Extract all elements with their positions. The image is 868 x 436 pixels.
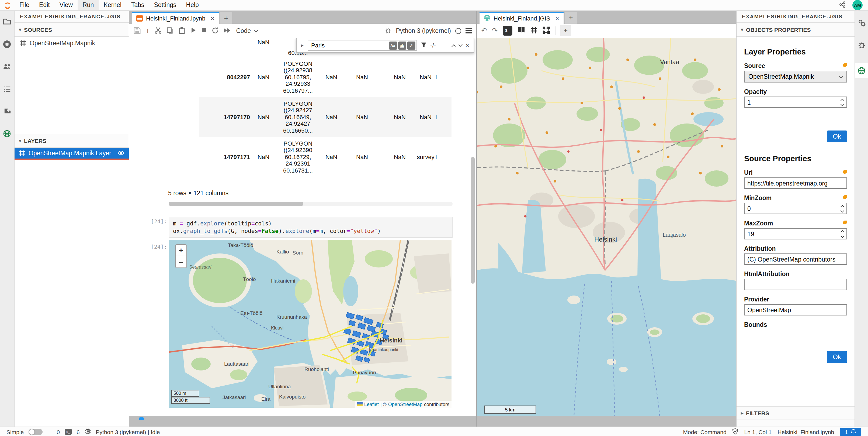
expand-search-icon[interactable]: ▸ [301, 42, 304, 48]
osm-link[interactable]: OpenStreetMap [388, 402, 423, 407]
scrolled-cell-indicator[interactable] [139, 417, 144, 420]
file-browser-icon[interactable] [3, 17, 11, 26]
stepper-icon[interactable] [841, 231, 844, 237]
tab-helsinki-finland-ipynb[interactable]: Helsinki_Finland.ipynb × [132, 12, 218, 24]
sources-section-header[interactable]: ▾ SOURCES [14, 23, 129, 37]
url-input[interactable] [744, 177, 847, 189]
restart-run-all-icon[interactable] [224, 27, 231, 34]
menu-help[interactable]: Help [181, 0, 204, 10]
match-case-icon[interactable]: Aa [389, 41, 397, 49]
property-inspector-icon[interactable] [857, 18, 866, 27]
restart-kernel-icon[interactable] [212, 27, 219, 35]
menu-settings[interactable]: Settings [149, 0, 181, 10]
redo-icon[interactable]: ↷ [492, 27, 498, 35]
opacity-input[interactable] [744, 96, 847, 108]
kernels-count[interactable]: 6 [76, 429, 80, 435]
menu-tabs[interactable]: Tabs [126, 0, 149, 10]
add-layer-button[interactable]: + [560, 25, 571, 36]
terminals-count[interactable]: 0 [57, 429, 60, 435]
layer-ok-button[interactable]: Ok [827, 130, 847, 142]
whole-word-icon[interactable]: ab [398, 41, 406, 49]
htmlattribution-input[interactable] [744, 279, 847, 290]
notebook-vertical-scrollbar[interactable] [471, 157, 475, 284]
close-tab-icon[interactable]: × [211, 15, 214, 22]
stepper-icon[interactable] [841, 205, 844, 212]
save-icon[interactable] [134, 27, 141, 35]
extensions-icon[interactable] [3, 107, 11, 115]
menu-run[interactable]: Run [78, 0, 99, 10]
menu-view[interactable]: View [55, 0, 78, 10]
regex-icon[interactable]: .* [407, 41, 415, 49]
undo-icon[interactable]: ↶ [481, 27, 487, 35]
tab-helsinki-finland-jgis[interactable]: Helsinki_Finland.jGIS × [479, 12, 563, 24]
running-kernels-icon[interactable] [3, 40, 11, 49]
menu-file[interactable]: File [14, 0, 34, 10]
jupytergis-properties-icon[interactable] [857, 66, 866, 75]
filter-icon[interactable] [421, 42, 427, 49]
notebook-toolbar: + Code Python 3 (ipykernel) [129, 24, 476, 38]
source-ok-button[interactable]: Ok [827, 351, 847, 363]
ukraine-flag-icon [357, 402, 363, 406]
debugger-icon[interactable] [858, 41, 866, 49]
search-input[interactable] [311, 42, 388, 49]
gis-map-view[interactable]: Vantaa Helsinki Laajasalo 5 km [477, 38, 736, 416]
source-select[interactable]: OpenStreetMap.Mapnik [744, 71, 847, 83]
basemap-gallery-icon[interactable] [517, 27, 525, 35]
leaflet-link[interactable]: Leaflet [364, 402, 379, 407]
kernel-status-icon[interactable] [455, 28, 461, 34]
kernel-name[interactable]: Python 3 (ipykernel) [396, 28, 451, 34]
notebook-document-area[interactable]: ▸ Aa ab .* -/- × [129, 38, 476, 416]
run-cell-icon[interactable] [190, 27, 197, 34]
cursor-position[interactable]: Ln 1, Col 1 [744, 429, 772, 435]
jupytergis-panel-icon[interactable] [3, 129, 11, 138]
console-icon[interactable]: $_ [503, 26, 513, 36]
table-of-contents-icon[interactable] [3, 85, 11, 93]
next-match-icon[interactable] [458, 42, 462, 47]
close-search-icon[interactable]: × [466, 41, 469, 49]
share-icon[interactable] [839, 1, 846, 9]
code-cell[interactable]: m = gdf.explore(tooltip=cols)ox.graph_to… [168, 217, 453, 238]
mode-indicator[interactable]: Mode: Command [683, 429, 726, 435]
scrollbar-thumb[interactable] [168, 202, 303, 206]
zoom-out-button[interactable]: − [176, 256, 186, 267]
attribution-input[interactable] [744, 254, 847, 265]
interrupt-kernel-icon[interactable] [202, 28, 207, 34]
simple-mode-toggle[interactable] [29, 429, 42, 435]
left-sidebar: EXAMPLES/HIKING_FRANCE.JGIS ▾ SOURCES Op… [14, 11, 129, 427]
cell-type-dropdown[interactable]: Code [236, 28, 257, 34]
kernel-status-text[interactable]: Python 3 (ipykernel) | Idle [96, 429, 160, 435]
copy-cells-icon[interactable] [166, 27, 174, 35]
menu-kernel[interactable]: Kernel [99, 0, 126, 10]
close-tab-icon[interactable]: × [556, 15, 559, 22]
new-tab-button[interactable]: + [565, 12, 577, 24]
previous-match-icon[interactable] [451, 44, 456, 48]
objects-properties-header[interactable]: ▾ OBJECTS PROPERTIES [737, 23, 855, 37]
stepper-icon[interactable] [841, 99, 844, 106]
paste-cells-icon[interactable] [178, 27, 185, 35]
provider-input[interactable] [744, 304, 847, 316]
table-horizontal-scrollbar[interactable] [168, 202, 453, 206]
layer-visibility-eye-icon[interactable] [118, 150, 124, 156]
add-raster-layer-icon[interactable] [530, 26, 538, 35]
user-avatar[interactable]: AM [852, 0, 863, 10]
source-item-openstreetmap-mapnik[interactable]: OpenStreetMap.Mapnik [14, 37, 129, 50]
active-file-name[interactable]: Helsinki_Finland.ipynb [777, 429, 834, 435]
insert-cell-icon[interactable]: + [146, 26, 150, 35]
collaborators-icon[interactable] [3, 63, 11, 71]
zoom-in-button[interactable]: + [176, 245, 186, 256]
attribution-label: Attribution [744, 245, 847, 252]
new-tab-button[interactable]: + [220, 12, 232, 24]
map-label: Töölö [243, 277, 256, 282]
menu-edit[interactable]: Edit [34, 0, 55, 10]
layer-item-openstreetmap-mapnik-layer[interactable]: OpenStreetMap.Mapnik Layer [14, 148, 129, 159]
notifications-badge[interactable]: 1 [840, 427, 861, 436]
leaflet-map-output[interactable]: Taka-Töölö Kallio Sörn Seurasaari Töölö … [168, 240, 452, 408]
minzoom-input[interactable] [744, 203, 847, 214]
debugger-bug-icon[interactable] [384, 27, 392, 35]
layers-section-header[interactable]: ▾ LAYERS [14, 134, 129, 148]
filters-section-header[interactable]: ▸ FILTERS [737, 406, 855, 420]
add-vector-layer-icon[interactable] [542, 26, 550, 35]
cut-cells-icon[interactable] [155, 27, 162, 35]
maxzoom-input[interactable] [744, 228, 847, 239]
toolbar-menu-icon[interactable] [466, 28, 472, 33]
